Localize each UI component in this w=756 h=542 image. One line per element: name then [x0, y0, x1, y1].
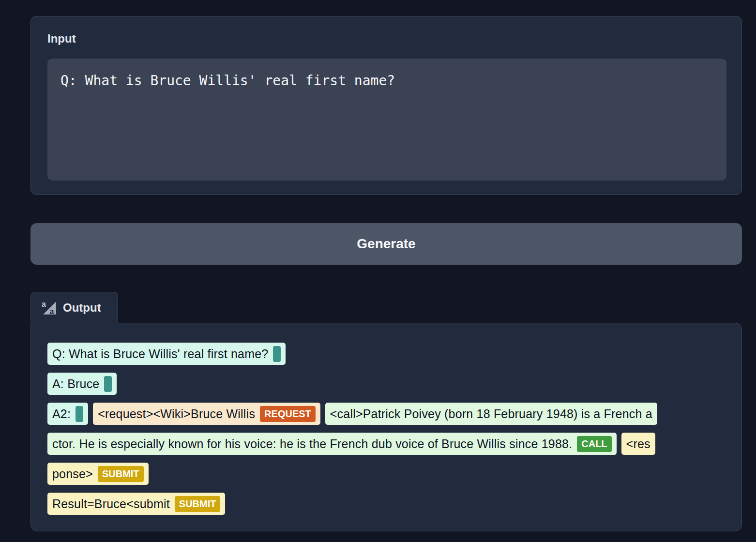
highlighted-line: Q: What is Bruce Willis' real first name… [47, 343, 725, 365]
input-label: Input [47, 32, 76, 45]
category-badge-empty [76, 406, 83, 422]
output-panel: Q: What is Bruce Willis' real first name… [30, 323, 742, 531]
highlight-token-text: Q: What is Bruce Willis' real first name… [52, 347, 268, 361]
highlight-token: ponse>SUBMIT [47, 463, 149, 485]
highlight-token-text: <call>Patrick Poivey (born 18 February 1… [330, 407, 652, 421]
category-badge: SUBMIT [175, 496, 221, 512]
category-badge: SUBMIT [98, 466, 144, 482]
category-badge-empty [273, 346, 281, 362]
highlighted-line: ponse>SUBMIT [47, 463, 725, 485]
highlighted-line: A2:<request><Wiki>Bruce WillisREQUEST<ca… [47, 403, 725, 425]
input-panel: Input Q: What is Bruce Willis' real firs… [30, 16, 742, 195]
highlight-token: A2: [47, 403, 88, 425]
highlight-token: <call>Patrick Poivey (born 18 February 1… [325, 403, 657, 425]
highlight-token-text: ctor. He is especially known for his voi… [52, 437, 572, 451]
highlight-token: <request><Wiki>Bruce WillisREQUEST [93, 403, 320, 425]
highlighted-text-icon: a a [41, 300, 58, 316]
highlight-token: A: Bruce [47, 373, 117, 395]
highlight-token: Result=Bruce<submitSUBMIT [47, 493, 225, 515]
tab-output[interactable]: a a Output [30, 292, 118, 323]
output-section: a a Output Q: What is Bruce Willis' real… [30, 292, 742, 531]
svg-text:a: a [50, 307, 54, 316]
highlight-token: Q: What is Bruce Willis' real first name… [47, 343, 286, 365]
category-badge: CALL [577, 436, 611, 452]
highlighted-line: Result=Bruce<submitSUBMIT [47, 493, 725, 515]
category-badge-empty [104, 376, 112, 392]
highlight-token-text: <request><Wiki>Bruce Willis [98, 407, 255, 421]
output-tab-label: Output [63, 301, 101, 315]
input-textarea[interactable]: Q: What is Bruce Willis' real first name… [47, 59, 726, 181]
highlight-token-text: ponse> [52, 467, 93, 481]
svg-text:a: a [42, 300, 46, 308]
highlight-token-text: A: Bruce [52, 377, 99, 391]
highlighted-line: A: Bruce [47, 373, 725, 395]
highlight-token-text: A2: [52, 407, 71, 421]
highlight-token: <res [621, 433, 655, 455]
highlight-token: ctor. He is especially known for his voi… [47, 433, 617, 455]
generate-button[interactable]: Generate [30, 223, 742, 265]
highlight-token-text: <res [626, 437, 650, 451]
highlighted-text: Q: What is Bruce Willis' real first name… [47, 343, 725, 515]
category-badge: REQUEST [260, 406, 316, 422]
app: Input Q: What is Bruce Willis' real firs… [0, 0, 756, 542]
highlight-token-text: Result=Bruce<submit [52, 497, 170, 511]
highlighted-line: ctor. He is especially known for his voi… [47, 433, 725, 455]
